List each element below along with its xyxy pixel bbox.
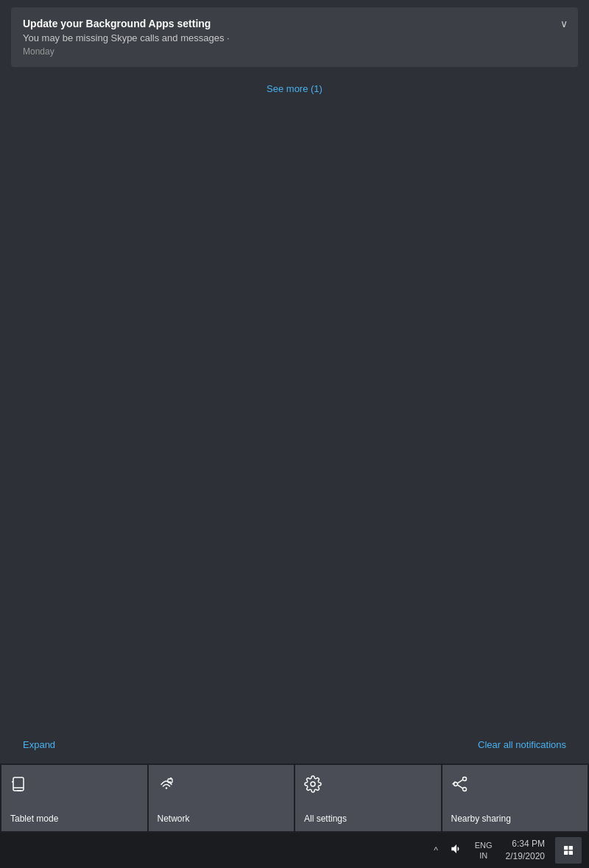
tablet-mode-button[interactable]: Tablet mode [1, 765, 147, 831]
tablet-mode-icon [10, 775, 28, 797]
svg-line-10 [457, 780, 462, 783]
network-button[interactable]: Network [149, 765, 294, 831]
see-more-link[interactable]: See more (1) [267, 83, 322, 94]
system-tray-expand-icon[interactable]: ^ [431, 842, 441, 858]
action-center: Update your Background Apps setting You … [0, 0, 589, 868]
notification-time: Monday [23, 46, 549, 57]
notification-center-button[interactable] [555, 837, 582, 864]
notification-card[interactable]: Update your Background Apps setting You … [11, 7, 578, 67]
see-more-container: See more (1) [11, 74, 578, 102]
nearby-sharing-icon [451, 775, 469, 797]
network-label: Network [158, 814, 190, 824]
expand-button[interactable]: Expand [23, 739, 55, 750]
notification-title: Update your Background Apps setting [23, 18, 549, 29]
quick-actions-grid: Tablet mode Network [0, 763, 589, 833]
empty-notification-area [11, 102, 578, 733]
taskbar: ^ ENG IN 6:34 PM 2/19/2020 [0, 833, 589, 868]
tablet-mode-label: Tablet mode [10, 814, 58, 824]
svg-rect-15 [569, 851, 573, 855]
svg-point-6 [311, 782, 315, 786]
locale-indicator[interactable]: ENG IN [472, 839, 495, 863]
all-settings-label: All settings [304, 814, 347, 824]
notification-area: Update your Background Apps setting You … [0, 0, 589, 763]
locale-line1: ENG [475, 840, 493, 850]
system-tray: ^ ENG IN 6:34 PM 2/19/2020 [426, 836, 586, 864]
notification-center-icon [562, 844, 574, 856]
clear-all-button[interactable]: Clear all notifications [478, 739, 566, 750]
svg-point-7 [462, 777, 466, 781]
svg-line-11 [457, 785, 462, 788]
svg-rect-0 [13, 777, 24, 791]
network-icon [158, 775, 175, 797]
volume-icon[interactable] [447, 839, 466, 861]
settings-icon [304, 775, 322, 797]
footer-actions: Expand Clear all notifications [11, 733, 578, 756]
notification-body: You may be missing Skype calls and messa… [23, 32, 549, 43]
nearby-sharing-button[interactable]: Nearby sharing [442, 765, 588, 831]
nearby-sharing-label: Nearby sharing [451, 814, 511, 824]
svg-point-9 [462, 788, 466, 791]
current-time: 6:34 PM [506, 838, 545, 850]
all-settings-button[interactable]: All settings [295, 765, 441, 831]
current-date: 2/19/2020 [506, 850, 545, 863]
svg-rect-14 [564, 851, 568, 855]
datetime-display[interactable]: 6:34 PM 2/19/2020 [501, 836, 549, 864]
svg-rect-13 [569, 846, 573, 850]
notification-chevron-icon[interactable]: ∨ [560, 18, 568, 29]
svg-point-3 [165, 787, 166, 788]
svg-rect-12 [564, 846, 568, 850]
locale-line2: IN [475, 850, 493, 861]
